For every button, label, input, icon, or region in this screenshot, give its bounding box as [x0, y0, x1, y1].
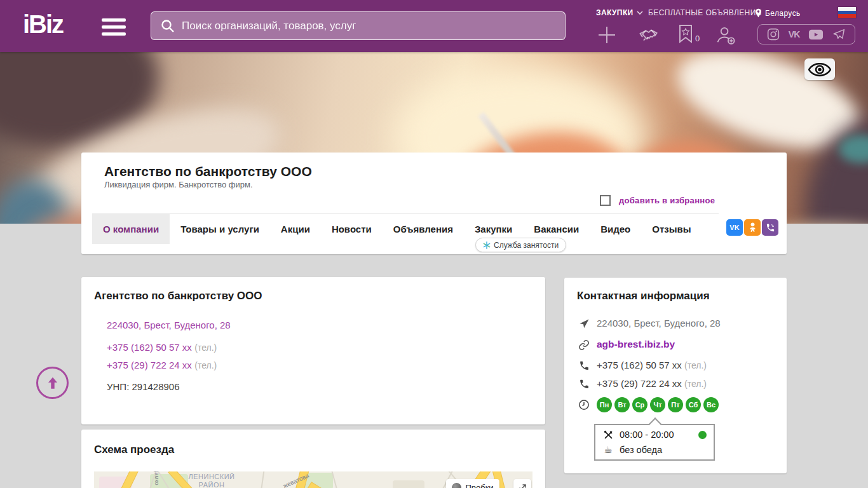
working-hours-tooltip: 08:00 - 20:00 ☕ без обеда [594, 424, 715, 461]
menu-free-ads[interactable]: БЕСПЛАТНЫЕ ОБЪЯВЛЕНИЯ [648, 8, 762, 17]
youtube-icon[interactable] [808, 29, 824, 40]
traffic-toggle-button[interactable]: Пробки [446, 479, 499, 488]
clock-icon [578, 399, 590, 410]
contact-phone-1[interactable]: +375 (162) 50 57 xx [597, 360, 682, 370]
contact-phone-2[interactable]: +375 (29) 722 24 xx [597, 378, 682, 389]
contact-phone-1-note: (тел.) [684, 360, 707, 370]
website-link[interactable]: agb-brest.ibiz.by [597, 339, 675, 350]
contact-phone-row-1: +375 (162) 50 57 xx (тел.) [578, 360, 774, 371]
day-tue[interactable]: Вт [614, 397, 630, 412]
add-to-favorites[interactable]: добавить в избранное [600, 195, 715, 206]
tab-news[interactable]: Новости [321, 214, 383, 244]
employment-service-badge[interactable]: Служба занятости [475, 238, 566, 252]
map-expand-button[interactable] [513, 479, 531, 488]
vk-icon[interactable]: VK [789, 29, 799, 39]
contact-address: 224030, Брест, Буденого, 28 [597, 318, 721, 329]
company-title: Агентство по банкротству ООО [104, 164, 312, 179]
map-street-side-label: дамко [154, 471, 160, 485]
add-plus-icon[interactable] [597, 25, 616, 47]
company-header-card: Агентство по банкротству ООО Ликвидация … [81, 152, 787, 254]
contact-phone-row-2: +375 (29) 722 24 xx (тел.) [578, 378, 774, 390]
phone-link-2[interactable]: +375 (29) 722 24 xx [107, 360, 192, 370]
partnership-handshake-icon[interactable] [637, 26, 661, 47]
phone-icon [578, 379, 590, 390]
tab-about[interactable]: О компании [92, 214, 170, 244]
map-card: Схема проезда ЛЕНИНСКИЙ РАЙОН жеватова д… [81, 430, 545, 488]
working-days-row: Пн Вт Ср Чт Пт Сб Вс [578, 397, 774, 412]
company-tabs: О компании Товары и услуги Акции Новости… [92, 214, 719, 244]
working-days: Пн Вт Ср Чт Пт Сб Вс [597, 397, 721, 412]
instagram-icon[interactable] [767, 28, 780, 41]
phone-link-1[interactable]: +375 (162) 50 57 xx [107, 342, 192, 353]
tab-reviews[interactable]: Отзывы [641, 214, 702, 244]
lunch-row: ☕ без обеда [595, 442, 714, 458]
open-status-dot [698, 431, 707, 439]
viber-icon[interactable] [762, 219, 778, 236]
working-hours-row: 08:00 - 20:00 [595, 427, 714, 442]
tab-ads[interactable]: Объявления [383, 214, 464, 244]
scroll-to-top-button[interactable] [36, 367, 69, 399]
menu-zakupki[interactable]: ЗАКУПКИ [596, 8, 643, 17]
accessibility-eye-button[interactable] [804, 58, 835, 80]
company-address-link[interactable]: 224030, Брест, Буденого, 28 [107, 320, 231, 330]
odnoklassniki-icon[interactable] [744, 219, 761, 236]
company-unp: УНП: 291428906 [107, 381, 532, 392]
favorite-checkbox[interactable] [600, 195, 611, 206]
vk-share-icon[interactable]: VK [726, 219, 743, 236]
contact-address-row: 224030, Брест, Буденого, 28 [578, 318, 774, 329]
tab-video[interactable]: Видео [590, 214, 641, 244]
hamburger-menu-icon[interactable] [102, 18, 126, 36]
working-hours: 08:00 - 20:00 [620, 430, 674, 440]
favorite-label: добавить в избранное [619, 196, 715, 205]
employment-asterisk-icon [483, 241, 491, 249]
phone-note-2: (тел.) [194, 360, 217, 370]
day-wed[interactable]: Ср [632, 397, 648, 412]
day-sun[interactable]: Вс [703, 397, 719, 412]
day-fri[interactable]: Пт [668, 397, 683, 412]
language-flag-ru[interactable] [838, 7, 856, 18]
search-bar [151, 11, 566, 40]
favorites-count: 0 [695, 34, 700, 43]
day-mon[interactable]: Пн [597, 397, 612, 412]
company-info-card: Агентство по банкротству ООО 224030, Бре… [81, 277, 545, 424]
eye-icon [808, 62, 831, 77]
phone-icon [578, 360, 590, 371]
contact-card-title: Контактная информация [577, 290, 774, 302]
tab-promos[interactable]: Акции [270, 214, 321, 244]
link-icon [578, 339, 590, 351]
chevron-down-icon [637, 11, 643, 15]
tab-products[interactable]: Товары и услуги [170, 214, 270, 244]
lunch-info: без обеда [620, 445, 662, 455]
app-header: iBiz ЗАКУПКИ БЕСПЛАТНЫЕ ОБЪЯВЛЕНИЯ Белар… [0, 0, 868, 52]
location-pin-icon [755, 8, 762, 18]
share-icons: VK [726, 219, 778, 236]
page: iBiz ЗАКУПКИ БЕСПЛАТНЫЕ ОБЪЯВЛЕНИЯ Белар… [0, 0, 868, 488]
telegram-icon[interactable] [832, 28, 846, 41]
tools-icon [602, 430, 614, 440]
contact-info-card: Контактная информация 224030, Брест, Буд… [564, 278, 787, 473]
region-selector[interactable]: Беларусь [755, 8, 801, 18]
social-links-group: VK [757, 24, 855, 44]
search-icon [160, 18, 175, 34]
company-subtitle: Ликвидация фирм. Банкротство фирм. [104, 180, 253, 189]
navigation-arrow-icon [578, 318, 590, 329]
info-card-title: Агентство по банкротству ООО [94, 290, 532, 302]
arrow-up-icon [44, 375, 61, 391]
day-sat[interactable]: Сб [686, 397, 701, 412]
map-district-label: ЛЕНИНСКИЙ РАЙОН [186, 473, 237, 488]
traffic-icon [452, 483, 461, 488]
favorites-bookmark-icon[interactable] [678, 24, 693, 46]
map-card-title: Схема проезда [94, 444, 532, 456]
search-input[interactable] [182, 20, 565, 32]
day-thu[interactable]: Чт [650, 397, 665, 412]
contact-phone-2-note: (тел.) [684, 379, 707, 389]
coffee-icon: ☕ [602, 445, 614, 455]
contact-website-row: agb-brest.ibiz.by [578, 339, 774, 351]
map-canvas[interactable]: ЛЕНИНСКИЙ РАЙОН жеватова дамко Пробки [94, 471, 532, 488]
ibiz-logo[interactable]: iBiz [23, 10, 63, 38]
add-user-icon[interactable] [715, 25, 736, 48]
expand-arrows-icon [518, 483, 527, 488]
phone-note-1: (тел.) [194, 342, 217, 353]
